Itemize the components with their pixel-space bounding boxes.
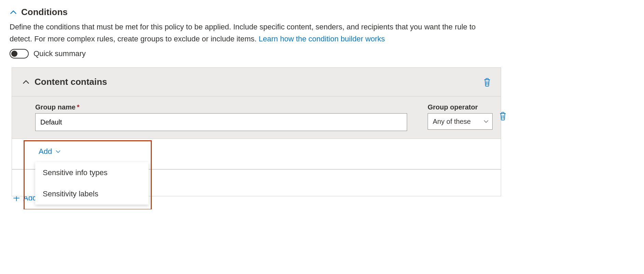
conditions-description-text: Define the conditions that must be met f… [10,23,476,43]
group-operator-label: Group operator [428,103,493,111]
group-name-label-text: Group name [35,103,76,111]
chevron-up-icon[interactable] [22,78,30,86]
content-contains-panel: Content contains Group name* Group opera… [12,67,501,196]
group-operator-value: Any of these [433,118,471,126]
delete-panel-button[interactable] [483,78,491,87]
chevron-up-icon [10,9,17,16]
add-dropdown-menu: Sensitive info types Sensitivity labels [35,162,149,205]
add-section: Add Sensitive info types Sensitivity lab… [12,139,501,169]
learn-link[interactable]: Learn how the condition builder works [259,35,385,43]
chevron-down-icon [55,149,61,154]
group-name-label: Group name* [35,103,407,111]
add-button-label: Add [39,147,52,156]
menu-item-sensitive-info-types[interactable]: Sensitive info types [35,162,149,183]
conditions-description: Define the conditions that must be met f… [10,21,481,45]
chevron-down-icon [483,119,489,124]
quick-summary-label: Quick summary [33,49,86,58]
group-settings-row: Group name* Group operator Any of these [12,96,501,139]
quick-summary-row: Quick summary [10,49,634,58]
content-contains-title: Content contains [35,77,107,87]
group-operator-select[interactable]: Any of these [428,113,493,130]
quick-summary-toggle[interactable] [10,49,29,58]
add-dropdown-button[interactable]: Add [39,147,491,156]
menu-item-sensitivity-labels[interactable]: Sensitivity labels [35,183,149,205]
required-indicator: * [77,103,80,111]
delete-group-button[interactable] [499,112,507,120]
conditions-section-header[interactable]: Conditions [10,7,634,17]
conditions-title: Conditions [21,7,68,17]
group-name-input[interactable] [35,113,407,131]
content-contains-header: Content contains [12,68,501,96]
